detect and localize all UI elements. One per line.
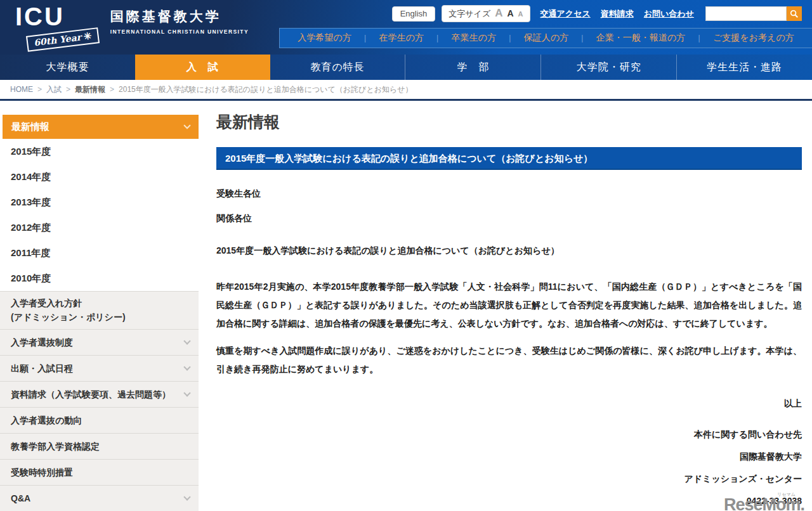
- sidebar-item-selection-system[interactable]: 入学者選抜制度: [0, 330, 199, 356]
- article-body: 受験生各位 関係各位 2015年度一般入学試験における表記の誤りと追加合格につい…: [216, 188, 802, 506]
- nav-tab-admissions[interactable]: 入 試: [135, 55, 270, 80]
- audience-nav: 入学希望の方 | 在学生の方 | 卒業生の方 | 保証人の方 | 企業・一般・報…: [279, 28, 812, 48]
- nav-corporate-media[interactable]: 企業・一般・報道の方: [596, 32, 685, 44]
- breadcrumb-separator: >: [110, 85, 114, 94]
- breadcrumb-separator: >: [66, 85, 70, 94]
- font-size-label: 文字サイズ: [449, 8, 490, 20]
- breadcrumb-news[interactable]: 最新情報: [75, 84, 105, 95]
- contact-phone: 0422-33-3038: [216, 496, 802, 506]
- sidebar-item-2014[interactable]: 2014年度: [0, 164, 199, 190]
- search-box: [705, 6, 802, 21]
- article-paragraph-1: 昨年2015年2月実施の、本学2015年度教養学部一般入学試験「人文・社会科学」…: [216, 278, 802, 333]
- article-paragraph-2: 慎重を期すべき入試問題作成に誤りがあり、ご迷惑をおかけしたことにつき、受験生はじ…: [216, 342, 802, 378]
- logo-icu-text: ICU: [15, 4, 99, 29]
- sidebar-item-qa[interactable]: Q&A: [0, 486, 199, 511]
- resemom-watermark-ruby: リセマム: [777, 492, 796, 496]
- salutation-examinees: 受験生各位: [216, 188, 802, 200]
- sidebar-menu: 入学者受入れ方針(アドミッション・ポリシー) 入学者選抜制度 出願・入試日程 資…: [0, 291, 199, 511]
- breadcrumb-admissions[interactable]: 入試: [46, 84, 62, 95]
- header: ICU 60th Year✳ 国際基督教大学 INTERNATIONAL CHR…: [0, 0, 812, 55]
- sidebar: 最新情報 2015年度 2014年度 2013年度 2012年度 2011年度 …: [0, 115, 199, 511]
- separator: |: [436, 34, 438, 42]
- font-size-small-button[interactable]: A: [518, 10, 523, 18]
- sidebar-header-news[interactable]: 最新情報: [3, 115, 199, 139]
- logo-60th-badge: 60th Year✳: [26, 27, 100, 52]
- snowflake-icon: ✳: [83, 30, 93, 42]
- contact-link[interactable]: お問い合わせ: [644, 8, 694, 20]
- nav-prospective-students[interactable]: 入学希望の方: [298, 32, 351, 44]
- sidebar-item-label: 資料請求（入学試験要項、過去問題等）: [11, 388, 171, 402]
- logo-names: 国際基督教大学 INTERNATIONAL CHRISTIAN UNIVERSI…: [110, 8, 249, 35]
- resemom-watermark-text: ReseMom.: [724, 495, 804, 511]
- salutation-concerned: 関係各位: [216, 213, 802, 224]
- chevron-down-icon: [183, 338, 190, 345]
- sidebar-item-label: 教養学部入学資格認定: [11, 440, 100, 454]
- breadcrumb: HOME > 入試 > 最新情報 > 2015年度一般入学試験における表記の誤り…: [0, 80, 812, 99]
- english-button[interactable]: English: [392, 6, 436, 22]
- sidebar-item-label: 出願・入試日程: [11, 362, 73, 376]
- font-size-medium-button[interactable]: A: [507, 8, 513, 18]
- article-title-banner: 2015年度一般入学試験における表記の誤りと追加合格について（お詫びとお知らせ）: [216, 147, 802, 170]
- sidebar-item-2010[interactable]: 2010年度: [0, 266, 199, 291]
- sidebar-item-label: 受験時特別措置: [11, 466, 73, 480]
- sidebar-item-selection-trends[interactable]: 入学者選抜の動向: [0, 408, 199, 434]
- contact-dept: アドミッションズ・センター: [216, 474, 802, 485]
- breadcrumb-separator: >: [37, 85, 42, 94]
- search-input[interactable]: [705, 6, 787, 21]
- nav-tab-student-life-careers[interactable]: 学生生活・進路: [676, 55, 812, 80]
- sidebar-header-label: 最新情報: [11, 121, 49, 133]
- sidebar-item-2013[interactable]: 2013年度: [0, 190, 199, 215]
- nav-tab-undergraduate[interactable]: 学 部: [405, 55, 540, 80]
- breadcrumb-home[interactable]: HOME: [10, 85, 33, 94]
- breadcrumb-current-page: 2015年度一般入学試験における表記の誤りと追加合格について（お詫びとお知らせ）: [119, 84, 412, 95]
- page: ICU 60th Year✳ 国際基督教大学 INTERNATIONAL CHR…: [0, 0, 812, 511]
- closing-ijou: 以上: [216, 398, 802, 410]
- site-logo[interactable]: ICU 60th Year✳ 国際基督教大学 INTERNATIONAL CHR…: [15, 4, 249, 48]
- separator: |: [581, 34, 583, 42]
- university-name-jp: 国際基督教大学: [110, 8, 249, 25]
- nav-tab-graduate-research[interactable]: 大学院・研究: [540, 55, 676, 80]
- chevron-down-icon: [183, 364, 190, 371]
- sidebar-item-admission-policy[interactable]: 入学者受入れ方針(アドミッション・ポリシー): [0, 292, 199, 330]
- chevron-down-icon: [183, 122, 190, 129]
- contact-heading: 本件に関する問い合わせ先: [216, 429, 802, 441]
- sidebar-item-2015[interactable]: 2015年度: [0, 139, 199, 164]
- nav-alumni[interactable]: 卒業生の方: [452, 32, 496, 44]
- main-article: 最新情報 2015年度一般入学試験における表記の誤りと追加合格について（お詫びと…: [216, 101, 802, 506]
- sidebar-item-label: Q&A: [11, 492, 30, 506]
- utility-bar: English 文字サイズ A A A 交通アクセス 資料請求 お問い合わせ: [392, 5, 802, 22]
- contact-org: 国際基督教大学: [216, 451, 802, 463]
- main-nav: 大学概要 入 試 教育の特長 学 部 大学院・研究 学生生活・進路: [0, 55, 812, 80]
- content-area: 最新情報 2015年度 2014年度 2013年度 2012年度 2011年度 …: [0, 101, 812, 511]
- sidebar-item-2012[interactable]: 2012年度: [0, 215, 199, 240]
- sidebar-item-label: 入学者選抜の動向: [11, 414, 82, 428]
- nav-guarantors[interactable]: 保証人の方: [524, 32, 568, 44]
- access-link[interactable]: 交通アクセス: [540, 8, 591, 20]
- font-size-large-button[interactable]: A: [495, 7, 502, 20]
- university-name-en: INTERNATIONAL CHRISTIAN UNIVERSITY: [110, 29, 249, 35]
- nav-tab-university-overview[interactable]: 大学概要: [0, 55, 135, 80]
- resemom-watermark: リセマム ReseMom.: [724, 496, 804, 511]
- sidebar-item-qualification-certification[interactable]: 教養学部入学資格認定: [0, 434, 199, 460]
- sidebar-item-application-schedule[interactable]: 出願・入試日程: [0, 356, 199, 382]
- sidebar-item-materials-request[interactable]: 資料請求（入学試験要項、過去問題等）: [0, 382, 199, 408]
- chevron-down-icon: [183, 390, 190, 397]
- font-size-widget: 文字サイズ A A A: [442, 5, 530, 22]
- separator: |: [698, 34, 700, 42]
- sidebar-item-special-accommodations[interactable]: 受験時特別措置: [0, 460, 199, 486]
- nav-tab-education-features[interactable]: 教育の特長: [270, 55, 405, 80]
- nav-current-students[interactable]: 在学生の方: [379, 32, 423, 44]
- search-icon: [790, 10, 799, 18]
- separator: |: [364, 34, 366, 42]
- materials-request-link[interactable]: 資料請求: [601, 8, 634, 20]
- sidebar-item-2011[interactable]: 2011年度: [0, 240, 199, 266]
- logo-icu-block: ICU 60th Year✳: [15, 4, 99, 48]
- nav-support[interactable]: ご支援をお考えの方: [713, 32, 794, 44]
- separator: |: [509, 34, 511, 42]
- sidebar-item-label: 入学者受入れ方針(アドミッション・ポリシー): [11, 297, 126, 324]
- chevron-down-icon: [183, 494, 190, 501]
- article-subject-line: 2015年度一般入学試験における表記の誤りと追加合格について（お詫びとお知らせ）: [216, 245, 802, 257]
- search-button[interactable]: [787, 6, 802, 21]
- sidebar-item-label: 入学者選抜制度: [11, 336, 73, 350]
- page-title: 最新情報: [216, 112, 802, 133]
